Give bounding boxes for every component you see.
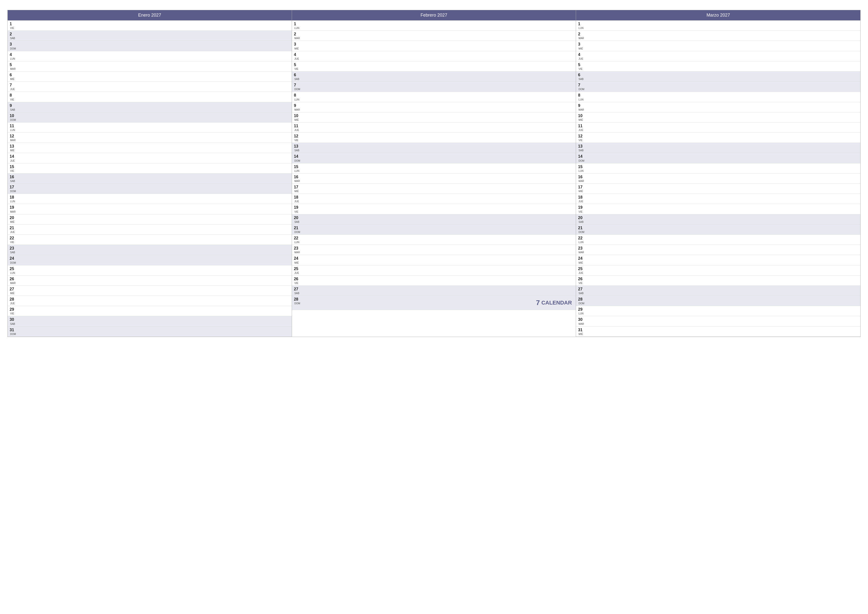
day-name: MAR — [294, 251, 301, 254]
day-number: 11 — [10, 124, 17, 128]
day-row: 12MAR — [8, 133, 292, 143]
day-number: 31 — [10, 328, 17, 332]
day-info: 28DOM — [578, 297, 585, 305]
day-row: 11JUE — [292, 123, 576, 133]
day-name: MIÉ — [294, 47, 301, 50]
day-name: MIÉ — [578, 47, 585, 50]
day-number: 4 — [10, 52, 17, 57]
day-row: 9MAR — [576, 102, 860, 112]
day-info: 25JUE — [578, 266, 585, 274]
calendar-watermark-icon: 7 — [536, 299, 540, 307]
day-info: 4JUE — [294, 52, 301, 60]
day-name: VIE — [578, 210, 585, 213]
day-row: 24MIÉ — [576, 255, 860, 265]
day-number: 2 — [10, 32, 17, 36]
calendar-watermark: 7CALENDAR — [534, 297, 574, 309]
day-row: 11LUN — [8, 123, 292, 133]
day-number: 21 — [10, 225, 17, 230]
day-row: 11JUE — [576, 123, 860, 133]
day-row: 17DOM — [8, 184, 292, 194]
day-row: 8LUN — [576, 92, 860, 102]
day-info: 26MAR — [10, 277, 17, 284]
day-number: 16 — [578, 174, 585, 179]
day-info: 13MIÉ — [10, 144, 17, 152]
day-info: 2MAR — [294, 32, 301, 40]
day-info: 15LUN — [578, 165, 585, 172]
day-row: 24DOM — [8, 255, 292, 265]
day-name: VIE — [10, 98, 17, 101]
day-number: 7 — [10, 83, 17, 87]
day-row: 20MIÉ — [8, 215, 292, 225]
day-name: VIE — [10, 312, 17, 315]
day-number: 19 — [294, 205, 301, 210]
day-name: SAB — [294, 292, 301, 295]
day-row: 15LUN — [292, 163, 576, 174]
day-info: 19VIE — [294, 205, 301, 213]
day-row: 28JUE — [8, 296, 292, 306]
day-name: DOM — [578, 231, 585, 233]
day-number: 14 — [294, 154, 301, 159]
day-number: 14 — [10, 154, 17, 159]
day-row: 29LUN — [576, 306, 860, 316]
day-row: 29VIE — [8, 306, 292, 316]
day-name: MIÉ — [10, 149, 17, 152]
day-number: 3 — [578, 42, 585, 47]
day-number: 21 — [578, 225, 585, 230]
day-number: 25 — [578, 266, 585, 271]
day-number: 5 — [578, 62, 585, 67]
month-header-febrero: Febrero 2027 — [292, 10, 576, 20]
day-row: 3DOM — [8, 41, 292, 51]
day-number: 4 — [578, 52, 585, 57]
day-number: 9 — [578, 103, 585, 108]
day-number: 26 — [578, 277, 585, 281]
day-name: LUN — [294, 169, 301, 172]
day-number: 3 — [10, 42, 17, 47]
day-info: 14DOM — [294, 154, 301, 162]
day-row: 4LUN — [8, 51, 292, 61]
day-name: MIÉ — [578, 118, 585, 121]
day-number: 19 — [578, 205, 585, 210]
day-name: MAR — [10, 68, 17, 70]
month-col-febrero: Febrero 20271LUN2MAR3MIÉ4JUE5VIE6SAB7DOM… — [292, 10, 576, 337]
day-row: 14JUE — [8, 153, 292, 163]
day-row: 19VIE — [292, 204, 576, 214]
day-row: 21DOM — [576, 225, 860, 235]
day-row: 22LUN — [292, 235, 576, 245]
day-info: 14DOM — [578, 154, 585, 162]
day-info: 19VIE — [578, 205, 585, 213]
day-row: 13SAB — [576, 143, 860, 153]
day-info: 13SAB — [578, 144, 585, 152]
day-row: 23MAR — [576, 245, 860, 255]
day-number: 26 — [294, 277, 301, 281]
day-name: SAB — [578, 78, 585, 81]
day-info: 7DOM — [294, 83, 301, 91]
day-info: 22VIE — [10, 236, 17, 244]
day-info: 14JUE — [10, 154, 17, 162]
day-info: 10MIÉ — [294, 113, 301, 121]
day-name: SAB — [10, 180, 17, 182]
day-row: 12VIE — [576, 133, 860, 143]
day-info: 6SAB — [294, 73, 301, 81]
day-name: MIÉ — [10, 292, 17, 295]
day-name: DOM — [294, 88, 301, 91]
day-number: 12 — [578, 134, 585, 138]
day-info: 30SAB — [10, 317, 17, 325]
day-info: 12MAR — [10, 134, 17, 141]
day-name: DOM — [10, 190, 17, 193]
day-number: 15 — [10, 165, 17, 169]
day-row: 21JUE — [8, 225, 292, 235]
day-number: 29 — [578, 307, 585, 312]
day-info: 25LUN — [10, 266, 17, 274]
day-row: 1LUN — [576, 20, 860, 31]
day-info: 1LUN — [294, 22, 301, 30]
day-name: DOM — [10, 261, 17, 264]
day-info: 18JUE — [578, 195, 585, 203]
day-number: 28 — [294, 297, 301, 302]
day-info: 3MIÉ — [294, 42, 301, 50]
day-info: 13SAB — [294, 144, 301, 152]
day-row: 14DOM — [292, 153, 576, 163]
day-number: 18 — [10, 195, 17, 199]
day-info: 20SAB — [578, 215, 585, 223]
day-info: 22LUN — [578, 236, 585, 244]
day-info: 21JUE — [10, 225, 17, 233]
